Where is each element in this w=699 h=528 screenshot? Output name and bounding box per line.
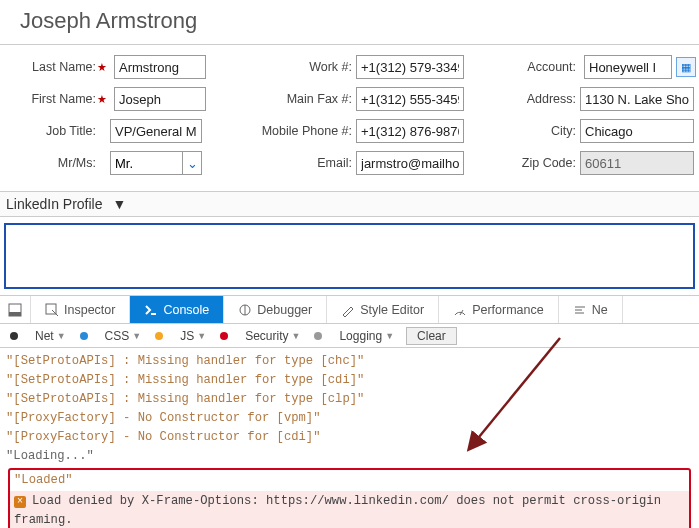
filter-net[interactable]: Net▼ [29,329,72,343]
inspector-icon [45,303,59,317]
dock-icon [8,303,22,317]
console-output: "[SetProtoAPIs] : Missing handler for ty… [0,348,699,528]
city-label: City: [480,124,576,138]
tab-styleeditor[interactable]: Style Editor [327,296,439,323]
devtools-dock-button[interactable] [0,296,31,323]
address-label: Address: [480,92,576,106]
performance-icon [453,303,467,317]
console-line: "[ProxyFactory] - No Constructor for [vp… [6,409,693,428]
jobtitle-input[interactable] [110,119,202,143]
clear-button[interactable]: Clear [406,327,457,345]
tab-performance[interactable]: Performance [439,296,559,323]
console-line: "[SetProtoAPIs] : Missing handler for ty… [6,371,693,390]
mobile-label: Mobile Phone #: [244,124,352,138]
section-title: LinkedIn Profile [6,196,103,212]
tab-inspector[interactable]: Inspector [31,296,130,323]
mainfax-input[interactable] [356,87,464,111]
debugger-icon [238,303,252,317]
email-input[interactable] [356,151,464,175]
tab-debugger[interactable]: Debugger [224,296,327,323]
account-label: Account: [480,60,576,74]
linkedin-embed-frame [4,223,695,289]
console-filter-bar: Net▼ CSS▼ JS▼ Security▼ Logging▼ Clear [0,324,699,348]
highlighted-error-block: "Loaded" ×Load denied by X-Frame-Options… [8,468,691,528]
console-icon [144,303,158,317]
filter-log-dot[interactable] [308,332,331,340]
required-icon: ★ [97,61,107,74]
console-line: "Loaded" [10,470,689,491]
filter-all[interactable] [4,332,27,340]
caret-down-icon: ▼ [113,196,127,212]
error-icon: × [14,496,26,508]
console-line: "[ProxyFactory] - No Constructor for [cd… [6,428,693,447]
chevron-down-icon: ⌄ [187,156,198,171]
email-label: Email: [244,156,352,170]
page-title: Joseph Armstrong [0,0,699,44]
contact-form: Last Name:★ Work #: Account: ▦ First Nam… [0,44,699,191]
first-name-label: First Name: [0,92,96,106]
mrms-input[interactable] [110,151,182,175]
filter-js-dot[interactable] [149,332,172,340]
mrms-dropdown-button[interactable]: ⌄ [182,151,202,175]
account-lookup-icon[interactable]: ▦ [676,57,696,77]
filter-css[interactable]: CSS▼ [99,329,148,343]
devtools-panel: Inspector Console Debugger Style Editor … [0,295,699,528]
tab-console[interactable]: Console [130,296,224,323]
last-name-input[interactable] [114,55,206,79]
mainfax-label: Main Fax #: [244,92,352,106]
network-icon [573,303,587,317]
zip-input[interactable] [580,151,694,175]
console-line: "[SetProtoAPIs] : Missing handler for ty… [6,352,693,371]
last-name-label: Last Name: [0,60,96,74]
zip-label: Zip Code: [480,156,576,170]
required-icon: ★ [97,93,107,106]
address-input[interactable] [580,87,694,111]
account-input[interactable] [584,55,672,79]
console-error-line: ×Load denied by X-Frame-Options: https:/… [10,491,689,528]
jobtitle-label: Job Title: [0,124,96,138]
console-line: "[SetProtoAPIs] : Missing handler for ty… [6,390,693,409]
work-input[interactable] [356,55,464,79]
filter-js[interactable]: JS▼ [174,329,212,343]
console-line: "Loading..." [6,447,693,466]
filter-security[interactable]: Security▼ [239,329,306,343]
filter-sec-dot[interactable] [214,332,237,340]
mrms-label: Mr/Ms: [0,156,96,170]
first-name-input[interactable] [114,87,206,111]
devtools-tabs: Inspector Console Debugger Style Editor … [0,296,699,324]
tab-network[interactable]: Ne [559,296,623,323]
mobile-input[interactable] [356,119,464,143]
city-input[interactable] [580,119,694,143]
svg-rect-1 [9,312,21,316]
work-label: Work #: [244,60,352,74]
linkedin-section-header[interactable]: LinkedIn Profile ▼ [0,191,699,217]
styleeditor-icon [341,303,355,317]
filter-css-dot[interactable] [74,332,97,340]
filter-logging[interactable]: Logging▼ [333,329,400,343]
